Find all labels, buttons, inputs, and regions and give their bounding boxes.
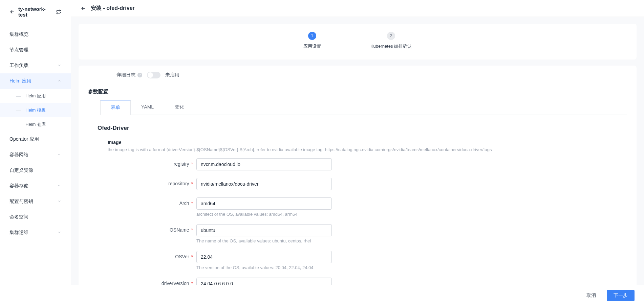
nav-namespaces[interactable]: 命名空间 [0, 209, 71, 225]
page-header: 安装 - ofed-driver [71, 0, 644, 17]
nav-cluster-ops[interactable]: 集群运维 [0, 225, 71, 240]
row-osname: OSName* The name of the OS, available va… [88, 224, 627, 243]
nav-helm-apps[interactable]: Helm 应用 [0, 73, 71, 89]
step-2[interactable]: 2 Kubernetes 编排确认 [370, 32, 412, 49]
nav-workloads[interactable]: 工作负载 [0, 58, 71, 73]
input-driverversion[interactable] [196, 278, 332, 285]
nav-list: 集群概览 节点管理 工作负载 Helm 应用 Helm 应用 Helm 模板 H… [0, 24, 71, 243]
row-arch: Arch* architect of the OS, available val… [88, 197, 627, 217]
sidebar-header: ty-network-test [4, 0, 67, 24]
page-title: 安装 - ofed-driver [91, 5, 135, 12]
hint-arch: architect of the OS, available values: a… [196, 212, 332, 217]
tab-change[interactable]: 变化 [164, 100, 195, 115]
nav-custom-resources[interactable]: 自定义资源 [0, 163, 71, 178]
cluster-name: ty-network-test [18, 6, 52, 18]
nav-cluster-overview[interactable]: 集群概览 [0, 27, 71, 42]
nav-helm-templates[interactable]: Helm 模板 [0, 103, 71, 117]
label-registry: registry* [142, 158, 196, 167]
row-driverversion: driverVersion* install the version of OF… [88, 278, 627, 285]
verbose-log-row: 详细日志 ? 未启用 [88, 66, 627, 85]
label-driverversion: driverVersion* [142, 278, 196, 285]
nav-container-storage[interactable]: 容器存储 [0, 178, 71, 194]
input-repository[interactable] [196, 178, 332, 190]
help-icon[interactable]: ? [137, 73, 142, 77]
image-desc: the image tag is with a format {driverVe… [88, 147, 627, 152]
input-registry[interactable] [196, 158, 332, 170]
chevron-down-icon [57, 152, 61, 158]
verbose-log-label-wrap: 详细日志 ? [88, 72, 142, 78]
step-2-circle: 2 [387, 32, 395, 40]
verbose-log-status: 未启用 [165, 72, 179, 78]
step-1-circle: 1 [308, 32, 316, 40]
input-osver[interactable] [196, 251, 332, 263]
hint-osver: The version of the OS, available values:… [196, 265, 332, 270]
group-heading: Ofed-Driver [88, 125, 627, 132]
tab-form[interactable]: 表单 [100, 100, 131, 115]
next-button[interactable]: 下一步 [607, 290, 635, 301]
nav-config-secrets[interactable]: 配置与密钥 [0, 194, 71, 209]
tab-yaml[interactable]: YAML [131, 100, 164, 115]
chevron-up-icon [57, 78, 61, 84]
cancel-button[interactable]: 取消 [580, 290, 603, 301]
verbose-log-label: 详细日志 [116, 72, 135, 78]
step-1-label: 应用设置 [303, 43, 321, 49]
footer: 取消 下一步 [71, 285, 644, 306]
param-section-title: 参数配置 [88, 85, 627, 100]
main: 安装 - ofed-driver 1 应用设置 2 Kubernetes 编排确… [71, 0, 644, 306]
label-repository: repository* [142, 178, 196, 186]
back-icon[interactable] [9, 9, 15, 15]
refresh-icon[interactable] [56, 9, 61, 15]
row-osver: OSVer* The version of the OS, available … [88, 251, 627, 270]
sidebar: ty-network-test 集群概览 节点管理 工作负载 Helm 应用 H… [0, 0, 71, 306]
verbose-log-toggle[interactable] [147, 72, 160, 78]
hint-osname: The name of the OS, available values: ub… [196, 238, 332, 243]
tabs: 表单 YAML 变化 [100, 100, 627, 115]
stepper-card: 1 应用设置 2 Kubernetes 编排确认 [79, 24, 637, 60]
row-repository: repository* [88, 178, 627, 190]
page-back-icon[interactable] [81, 6, 86, 11]
image-heading: Image [88, 140, 627, 145]
nav-node-management[interactable]: 节点管理 [0, 42, 71, 58]
label-osname: OSName* [142, 224, 196, 233]
nav-helm-app-list[interactable]: Helm 应用 [0, 89, 71, 103]
chevron-down-icon [57, 183, 61, 189]
row-registry: registry* [88, 158, 627, 170]
label-osver: OSVer* [142, 251, 196, 259]
nav-container-network[interactable]: 容器网络 [0, 147, 71, 163]
form-card: 详细日志 ? 未启用 参数配置 表单 YAML 变化 Ofed-Driver I… [79, 66, 637, 285]
input-osname[interactable] [196, 224, 332, 236]
label-arch: Arch* [142, 197, 196, 206]
step-connector [324, 37, 368, 37]
chevron-down-icon [57, 199, 61, 204]
stepper: 1 应用设置 2 Kubernetes 编排确认 [79, 32, 637, 49]
nav-helm-repos[interactable]: Helm 仓库 [0, 117, 71, 132]
content-scroll[interactable]: 1 应用设置 2 Kubernetes 编排确认 详细日志 ? 未启用 [71, 17, 644, 285]
step-1[interactable]: 1 应用设置 [303, 32, 321, 49]
input-arch[interactable] [196, 197, 332, 210]
chevron-down-icon [57, 63, 61, 68]
chevron-down-icon [57, 230, 61, 235]
nav-operator-apps[interactable]: Operator 应用 [0, 132, 71, 147]
step-2-label: Kubernetes 编排确认 [370, 43, 412, 49]
